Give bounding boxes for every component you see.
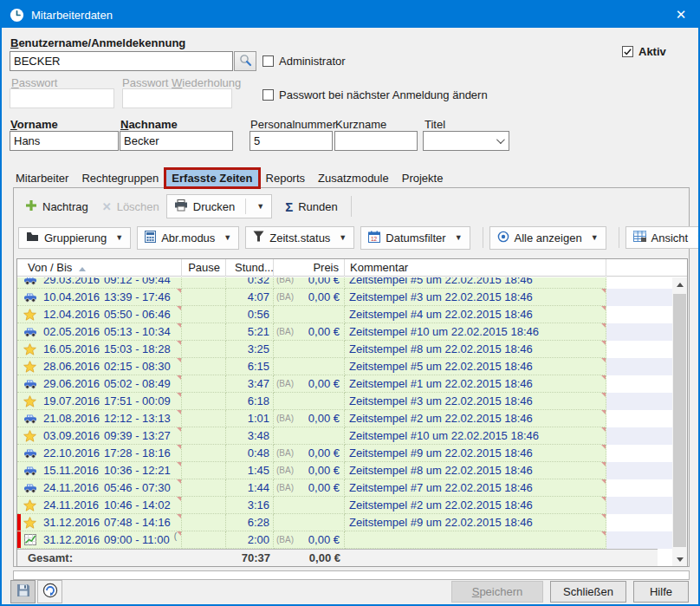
table-row[interactable]: 19.07.201617:51 - 00:096:18Zeitstempel #… [17, 393, 672, 410]
table-row[interactable]: 29.03.201609:12 - 09:440:32(BA)0,00 €Zei… [17, 277, 672, 289]
row-preis: 0,00 € [308, 464, 344, 477]
passwort-aendern-label: Passwort bei nächster Anmeldung ändern [279, 88, 488, 101]
scroll-up-icon[interactable] [672, 277, 687, 291]
personalnummer-input[interactable] [250, 131, 333, 151]
kurzname-label: Kurzname [335, 118, 386, 131]
scrollbar-thumb[interactable] [673, 294, 686, 547]
speichern-button[interactable]: Speichern [451, 581, 543, 603]
cell-empty [606, 410, 672, 427]
tab-erfasste-zeiten[interactable]: Erfasste Zeiten [166, 170, 257, 186]
row-date: 31.12.2016 [43, 516, 104, 529]
cell-pause [182, 393, 226, 410]
row-time-range: 05:46 - 07:30 [104, 481, 171, 494]
table-row[interactable]: 24.11.201605:46 - 07:301:44(BA)0,00 €Zei… [17, 479, 672, 497]
table-row[interactable]: 24.11.201610:46 - 14:023:16Zeitstempel #… [17, 497, 672, 514]
loeschen-button[interactable]: ✕ Löschen [95, 197, 166, 217]
table-row[interactable]: 03.09.201609:39 - 13:273:48Zeitstempel #… [17, 427, 672, 445]
tab-reports[interactable]: Reports [261, 170, 311, 186]
passwort-aendern-checkbox[interactable]: Passwort bei nächster Anmeldung ändern [262, 88, 488, 101]
refresh-icon-button[interactable] [37, 580, 62, 603]
row-kommentar: Zeitstempel #7 um 22.02.2015 18:46 [349, 481, 533, 494]
cell-von-bis: 29.06.201605:02 - 08:49 [17, 375, 182, 393]
table-row[interactable]: 29.06.201605:02 - 08:493:47(BA)0,00 €Zei… [17, 375, 672, 393]
zeitststatus-dropdown[interactable]: Zeitst.status ▼ [245, 226, 354, 249]
table-row[interactable]: 31.12.201607:48 - 14:166:28Zeitstempel #… [17, 514, 672, 531]
note-marker [177, 497, 181, 501]
column-header-pause[interactable]: Pause [182, 259, 226, 277]
row-time-range: 12:12 - 13:13 [104, 412, 171, 425]
abrmodus-dropdown[interactable]: Abr.modus ▼ [137, 226, 239, 250]
cell-empty [606, 306, 672, 323]
table-row[interactable]: 16.05.201615:03 - 18:283:25Zeitstempel #… [17, 341, 672, 358]
tab-projekte[interactable]: Projekte [397, 170, 449, 186]
vorname-input[interactable] [10, 131, 119, 151]
administrator-checkbox[interactable]: Administrator [262, 55, 346, 68]
cell-von-bis: 12.04.201605:50 - 06:46 [17, 306, 182, 323]
column-header-stunden[interactable]: Stund... [226, 259, 274, 277]
vertical-scrollbar[interactable] [672, 277, 687, 566]
cell-stunden: 3:47 [226, 375, 274, 393]
cell-empty [606, 289, 672, 306]
mitarbeiterdaten-window: Mitarbeiterdaten ✕ Benutzername/Anmeldek… [0, 0, 700, 606]
cell-stunden: 1:45 [226, 462, 274, 479]
table-row[interactable]: 15.11.201610:36 - 12:211:45(BA)0,00 €Zei… [17, 462, 672, 479]
note-marker [601, 358, 606, 362]
cell-preis [274, 341, 345, 358]
gruppierung-dropdown[interactable]: Gruppierung ▼ [18, 227, 131, 249]
cell-kommentar: Zeitstempel #8 um 22.02.2015 18:46 [345, 341, 606, 358]
table-row[interactable]: 21.08.201612:12 - 13:131:01(BA)0,00 €Zei… [17, 410, 672, 427]
scroll-down-icon[interactable] [672, 552, 687, 566]
search-user-button[interactable] [234, 51, 256, 71]
cell-stunden: 6:15 [226, 358, 274, 375]
alle-anzeigen-dropdown[interactable]: Alle anzeigen ▼ [489, 226, 606, 250]
table-row[interactable]: 12.04.201605:50 - 06:460:56Zeitstempel #… [17, 306, 672, 323]
tab-rechtegruppen[interactable]: Rechtegruppen [76, 170, 164, 186]
nachname-input[interactable] [120, 131, 233, 151]
table-row[interactable]: 31.12.201609:00 - 11:00(2:00(BA)0,00 € [17, 531, 672, 549]
cell-pause [182, 277, 226, 289]
cell-stunden: 3:48 [226, 427, 274, 445]
note-marker [177, 531, 181, 536]
cell-von-bis: 31.12.201609:00 - 11:00( [17, 531, 182, 549]
row-time-range: 05:02 - 08:49 [104, 377, 171, 390]
username-input[interactable] [10, 51, 233, 71]
toolbar-separator [483, 227, 483, 248]
table-row[interactable]: 02.05.201605:13 - 10:345:21(BA)0,00 €Zei… [17, 323, 672, 341]
runden-label: Runden [298, 200, 338, 213]
titel-select[interactable] [423, 131, 509, 151]
passwort-input[interactable] [10, 88, 114, 108]
cell-preis [274, 514, 345, 531]
column-header-kommentar[interactable]: Kommentar [345, 259, 606, 277]
dropdown-arrow-icon: ▼ [115, 233, 123, 242]
alle-anzeigen-label: Alle anzeigen [515, 231, 582, 244]
hilfe-button[interactable]: Hilfe [633, 581, 689, 603]
dropdown-arrow-icon: ▼ [455, 233, 463, 242]
row-time-range: 10:46 - 14:02 [104, 498, 171, 512]
drucken-button[interactable]: Drucken ▼ [166, 194, 272, 218]
schliessen-button[interactable]: Schließen [550, 581, 626, 603]
cell-von-bis: 31.12.201607:48 - 14:16 [17, 514, 182, 531]
kurzname-input[interactable] [334, 131, 418, 151]
cell-von-bis: 24.11.201605:46 - 07:30 [17, 479, 182, 497]
column-header-preis[interactable]: Preis [274, 259, 345, 277]
horizontal-scrollbar-track[interactable] [13, 570, 690, 580]
cell-empty [606, 531, 672, 549]
close-button[interactable]: ✕ [664, 7, 698, 23]
passwort-wiederholung-input[interactable] [122, 88, 232, 108]
table-row[interactable]: 22.10.201617:28 - 18:160:48(BA)0,00 €Zei… [17, 445, 672, 462]
tab-mitarbeiter[interactable]: Mitarbeiter [10, 170, 74, 186]
save-icon-button[interactable] [10, 580, 36, 603]
cell-pause [182, 358, 226, 375]
datumsfilter-label: Datumsfilter [386, 231, 445, 244]
table-row[interactable]: 28.06.201602:15 - 08:306:15Zeitstempel #… [17, 358, 672, 375]
tab-zusatzmodule[interactable]: Zusatzmodule [313, 170, 394, 186]
column-header-von-bis[interactable]: Von / Bis [17, 259, 182, 277]
ansicht-dropdown[interactable]: Ansicht ▼ [625, 226, 700, 249]
datumsfilter-dropdown[interactable]: 12 Datumsfilter ▼ [360, 226, 470, 250]
nachtrag-button[interactable]: Nachtrag [18, 196, 95, 218]
runden-button[interactable]: Σ Runden [278, 197, 345, 217]
cell-stunden: 0:32 [226, 277, 274, 289]
note-marker [177, 479, 181, 484]
aktiv-checkbox[interactable]: Aktiv [622, 45, 666, 58]
table-row[interactable]: 10.04.201613:39 - 17:464:07(BA)0,00 €Zei… [17, 289, 672, 306]
